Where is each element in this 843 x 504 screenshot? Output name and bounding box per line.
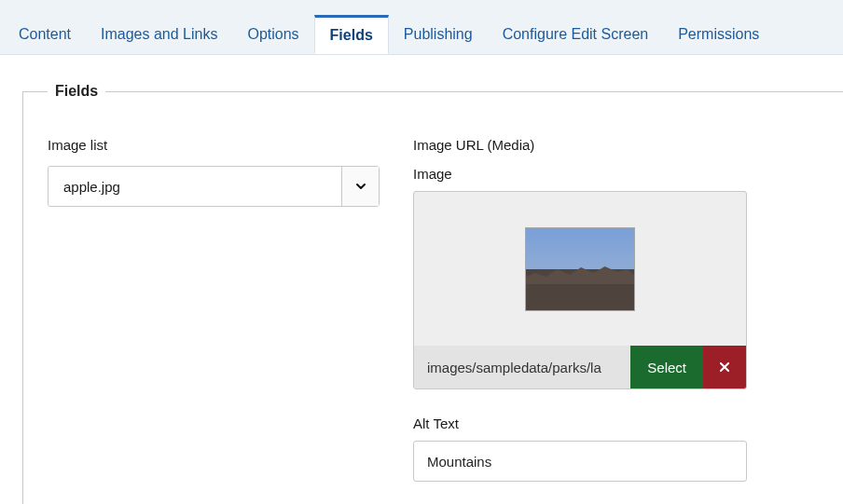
clear-button[interactable] [703,346,746,388]
media-path-input[interactable] [414,346,630,388]
image-sublabel: Image [413,166,747,182]
select-button[interactable]: Select [630,346,703,388]
chevron-down-icon [341,167,379,206]
media-thumbnail [525,227,635,311]
tab-bar: Content Images and Links Options Fields … [0,0,843,55]
fields-fieldset: Fields Image list apple.jpg Image URL (M… [22,83,843,504]
tab-permissions[interactable]: Permissions [663,15,774,54]
image-list-select[interactable]: apple.jpg [48,166,380,207]
tab-images-and-links[interactable]: Images and Links [86,15,232,54]
image-list-value: apple.jpg [48,167,341,206]
alt-text-input[interactable] [413,441,747,482]
tab-content[interactable]: Content [4,15,86,54]
svg-marker-0 [526,266,634,284]
media-preview [414,192,746,346]
alt-text-label: Alt Text [413,415,747,431]
tab-fields[interactable]: Fields [314,15,389,54]
media-field: Select [413,191,747,389]
media-actions: Select [414,346,746,388]
image-url-label: Image URL (Media) [413,137,747,153]
close-icon [718,361,731,374]
fieldset-legend: Fields [48,83,105,100]
image-list-label: Image list [48,137,380,153]
tab-configure-edit-screen[interactable]: Configure Edit Screen [488,15,664,54]
tab-publishing[interactable]: Publishing [389,15,488,54]
tab-options[interactable]: Options [232,15,313,54]
